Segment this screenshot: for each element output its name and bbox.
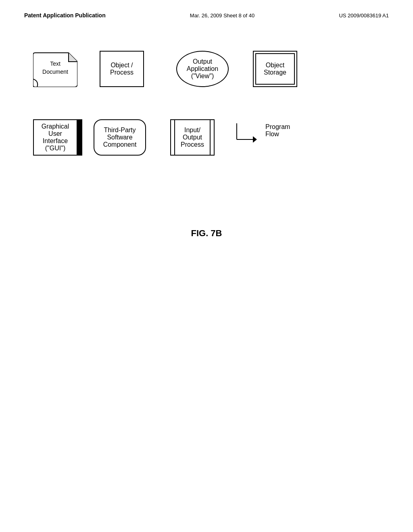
gui-label: GraphicalUserInterface("GUI") [42,123,69,152]
output-application-label: OutputApplication("View") [187,58,218,80]
header-date-sheet: Mar. 26, 2009 Sheet 8 of 40 [190,12,254,19]
program-flow-arrow-svg [235,115,259,148]
legend-output-application: OutputApplication("View") [176,51,229,87]
gui-black-bar [77,119,82,156]
object-storage-label: ObjectStorage [264,62,286,76]
legend-text-document: TextDocument [33,51,77,87]
object-process-label: Object /Process [110,62,133,76]
legend-object-process: Object /Process [100,51,144,87]
io-process-label: Input/OutputProcess [181,127,204,148]
text-document-shape-svg [33,51,77,87]
legend-gui: GraphicalUserInterface("GUI") [33,119,77,156]
object-process-shape: Object /Process [100,51,144,87]
third-party-shape: Third-PartySoftwareComponent [94,119,146,156]
gui-shape-container: GraphicalUserInterface("GUI") [33,119,77,156]
third-party-label: Third-PartySoftwareComponent [103,127,137,148]
legend-program-flow: ProgramFlow [235,115,315,148]
figure-label: FIG. 7B [0,228,413,239]
page-header: Patent Application Publication Mar. 26, … [0,0,413,19]
legend-io-process: Input/OutputProcess [170,119,215,156]
header-publication-label: Patent Application Publication [24,12,106,19]
svg-marker-2 [253,136,257,143]
diagram-area: TextDocument Object /Process OutputAppli… [33,51,380,204]
legend-third-party: Third-PartySoftwareComponent [94,119,146,156]
io-process-shape: Input/OutputProcess [170,119,215,156]
object-storage-shape: ObjectStorage [253,51,297,87]
program-flow-label: ProgramFlow [265,123,290,138]
output-application-shape: OutputApplication("View") [176,51,229,87]
legend-object-storage: ObjectStorage [253,51,297,87]
header-patent-number: US 2009/0083619 A1 [339,12,389,19]
gui-shape: GraphicalUserInterface("GUI") [33,119,77,156]
